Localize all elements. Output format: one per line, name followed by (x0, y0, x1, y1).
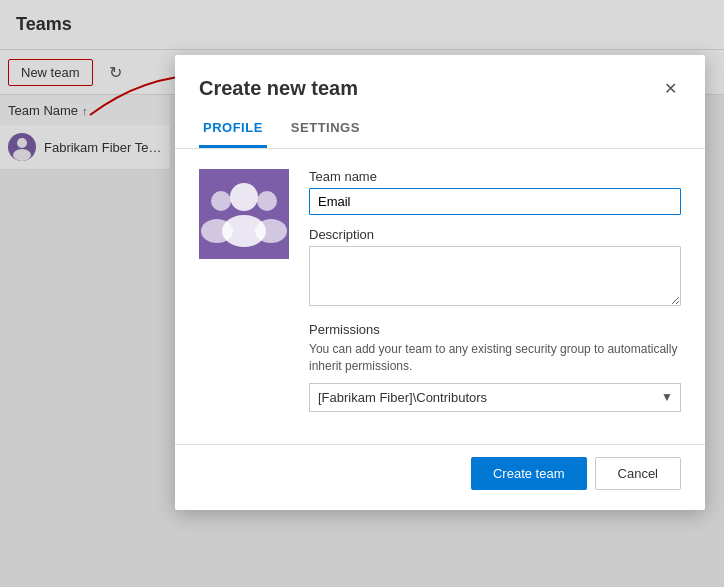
permissions-select[interactable]: [Fabrikam Fiber]\Contributors (309, 383, 681, 412)
team-name-label: Team name (309, 169, 681, 184)
team-people-icon (199, 169, 289, 259)
permissions-description: You can add your team to any existing se… (309, 341, 681, 375)
cancel-button[interactable]: Cancel (595, 457, 681, 490)
dialog-footer: Create team Cancel (175, 444, 705, 510)
create-team-button[interactable]: Create team (471, 457, 587, 490)
close-button[interactable]: ✕ (660, 75, 681, 102)
dialog-header: Create new team ✕ (175, 55, 705, 110)
svg-point-8 (255, 219, 287, 243)
team-name-group: Team name (309, 169, 681, 215)
description-group: Description (309, 227, 681, 310)
permissions-group: Permissions You can add your team to any… (309, 322, 681, 412)
svg-point-6 (201, 219, 233, 243)
dialog-body: Team name Description Permissions You ca… (175, 149, 705, 444)
form-section: Team name Description Permissions You ca… (309, 169, 681, 424)
team-icon-placeholder (199, 169, 289, 259)
permissions-label: Permissions (309, 322, 681, 337)
tab-settings[interactable]: SETTINGS (287, 110, 364, 148)
tab-profile[interactable]: PROFILE (199, 110, 267, 148)
permissions-select-wrap: [Fabrikam Fiber]\Contributors ▼ (309, 383, 681, 412)
dialog-title: Create new team (199, 77, 358, 100)
svg-point-3 (230, 183, 258, 211)
description-label: Description (309, 227, 681, 242)
svg-point-7 (257, 191, 277, 211)
description-input[interactable] (309, 246, 681, 306)
team-name-input[interactable] (309, 188, 681, 215)
dialog-tabs: PROFILE SETTINGS (175, 110, 705, 149)
svg-point-5 (211, 191, 231, 211)
create-team-dialog: Create new team ✕ PROFILE SETTINGS (175, 55, 705, 510)
